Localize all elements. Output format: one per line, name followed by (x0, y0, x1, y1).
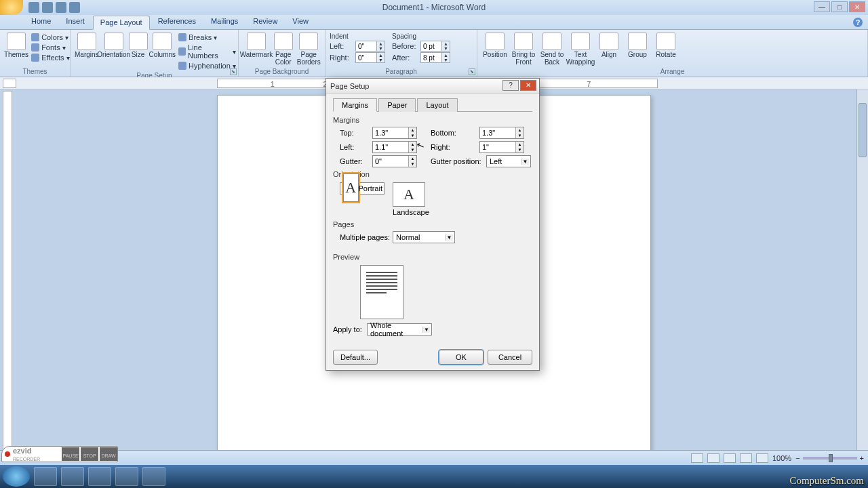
recorder-widget: ezvid RECORDER PAUSE STOP DRAW (1, 446, 118, 462)
zoom-slider-knob[interactable] (829, 454, 833, 462)
recorder-draw-button[interactable]: DRAW (100, 447, 117, 461)
gutter-position-select[interactable]: Left▼ (486, 155, 531, 167)
landscape-icon: A (403, 186, 414, 203)
zoom-out-button[interactable]: − (795, 454, 800, 462)
cancel-button[interactable]: Cancel (488, 350, 532, 365)
chevron-down-icon: ▼ (445, 235, 453, 241)
dialog-tab-paper[interactable]: Paper (378, 98, 416, 112)
taskbar-word-icon[interactable] (142, 467, 165, 486)
dialog-close-button[interactable]: ✕ (520, 80, 536, 91)
chevron-down-icon: ▼ (422, 327, 430, 333)
view-outline-icon[interactable] (740, 453, 752, 463)
zoom-label: 100% (772, 454, 791, 462)
chevron-down-icon: ▼ (521, 159, 529, 165)
bottom-margin-input[interactable]: ▲▼ (479, 127, 524, 139)
gutter-input[interactable]: ▲▼ (372, 155, 417, 167)
left-label: Left: (340, 143, 372, 151)
multiple-pages-select[interactable]: Normal▼ (393, 231, 455, 243)
view-web-layout-icon[interactable] (724, 453, 736, 463)
pages-section-label: Pages (333, 220, 532, 228)
view-full-screen-icon[interactable] (707, 453, 719, 463)
top-margin-input[interactable]: ▲▼ (372, 127, 417, 139)
zoom-slider[interactable] (803, 457, 857, 460)
portrait-option[interactable]: APortrait (340, 182, 384, 195)
landscape-option[interactable]: ALandscape (393, 182, 429, 216)
start-button[interactable] (3, 466, 30, 487)
margins-section-label: Margins (333, 116, 532, 124)
page-setup-dialog: Page Setup ? ✕ Margins Paper Layout Marg… (326, 78, 540, 371)
right-margin-input[interactable]: ▲▼ (479, 141, 524, 153)
taskbar-firefox-icon[interactable] (115, 467, 138, 486)
preview-thumbnail (360, 265, 403, 319)
recorder-pause-button[interactable]: PAUSE (62, 447, 79, 461)
apply-to-select[interactable]: Whole document▼ (367, 323, 432, 336)
gutter-label: Gutter: (340, 157, 372, 165)
gutter-position-label: Gutter position: (431, 157, 486, 165)
orientation-section-label: Orientation (333, 170, 532, 178)
bottom-label: Bottom: (431, 129, 479, 137)
dialog-tab-margins[interactable]: Margins (333, 98, 377, 112)
view-print-layout-icon[interactable] (691, 453, 703, 463)
zoom-in-button[interactable]: + (860, 454, 864, 462)
taskbar-ie-icon[interactable] (34, 467, 57, 486)
preview-section-label: Preview (333, 253, 532, 261)
portrait-icon: A (345, 179, 356, 197)
right-label: Right: (431, 143, 479, 151)
taskbar-media-icon[interactable] (88, 467, 111, 486)
dialog-title: Page Setup (330, 82, 370, 90)
view-draft-icon[interactable] (756, 453, 768, 463)
default-button[interactable]: Default... (333, 350, 378, 365)
apply-to-label: Apply to: (333, 325, 367, 333)
dialog-help-button[interactable]: ? (502, 80, 519, 91)
taskbar-explorer-icon[interactable] (61, 467, 84, 486)
ok-button[interactable]: OK (439, 350, 484, 365)
left-margin-input[interactable]: ▲▼ (372, 141, 417, 153)
recorder-stop-button[interactable]: STOP (81, 447, 98, 461)
dialog-tab-layout[interactable]: Layout (417, 98, 457, 112)
watermark-text: ComputerSm.com (789, 475, 864, 487)
top-label: Top: (340, 129, 372, 137)
multiple-pages-label: Multiple pages: (340, 233, 393, 241)
recording-indicator-icon (5, 451, 10, 457)
